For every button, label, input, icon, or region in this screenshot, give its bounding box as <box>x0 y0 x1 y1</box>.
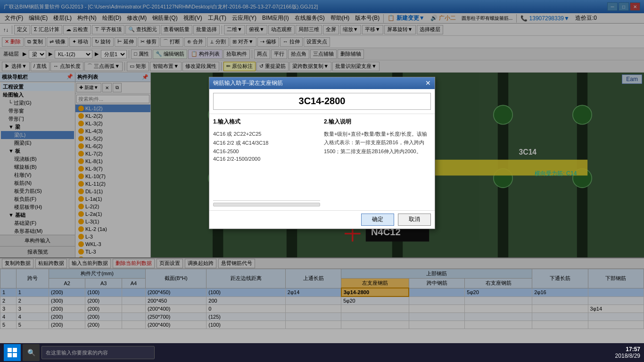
modal-scroll-area <box>213 200 320 206</box>
modal-content: 1.输入格式 4C16 或 2C22+2C25 4C16 2/2 或 4C14/… <box>209 114 435 210</box>
svg-rect-39 <box>13 348 17 352</box>
modal-input-area <box>209 89 435 114</box>
svg-rect-41 <box>13 353 17 357</box>
modal-section1-title: 1.输入格式 <box>213 118 320 126</box>
taskbar-search-label: 在这里输入你要搜索的内容 <box>46 349 108 356</box>
modal-ok-button[interactable]: 确定 <box>361 214 394 226</box>
modal-format-item3: 4C16-2500 <box>213 148 320 155</box>
modal-rebar-input[interactable] <box>213 93 431 110</box>
modal-description: 数量+级别+直径+数量/数量+长度/长度。该输入格式表示：第一排支座筋2B16，… <box>324 130 431 156</box>
start-button[interactable] <box>4 344 21 361</box>
taskbar-time: 17:57 <box>615 346 640 353</box>
modal-section2-title: 2.输入说明 <box>324 118 431 126</box>
modal-close-button[interactable]: ✕ <box>425 79 431 87</box>
taskbar-search-box[interactable]: 在这里输入你要搜索的内容 <box>41 346 155 359</box>
modal-overlay: 钢筋输入助手-梁左支座钢筋 ✕ 1.输入格式 4C16 或 2C22+2C25 … <box>0 0 644 362</box>
modal-cancel-button[interactable]: 取消 <box>398 214 431 226</box>
modal-format-item4: 4C16 2/2-1500/2000 <box>213 155 320 163</box>
taskbar-clock: 17:57 2018/8/29 <box>615 346 640 359</box>
modal-right-section: 2.输入说明 数量+级别+直径+数量/数量+长度/长度。该输入格式表示：第一排支… <box>324 118 431 206</box>
modal-format-item: 4C16 或 2C22+2C25 <box>213 130 320 139</box>
svg-rect-40 <box>8 353 12 357</box>
modal-format-item2: 4C16 2/2 或 4C14/3C18 <box>213 139 320 148</box>
modal-dialog: 钢筋输入助手-梁左支座钢筋 ✕ 1.输入格式 4C16 或 2C22+2C25 … <box>209 77 435 229</box>
svg-rect-38 <box>8 348 12 352</box>
modal-title-bar: 钢筋输入助手-梁左支座钢筋 ✕ <box>209 77 435 89</box>
modal-footer: 确定 取消 <box>209 210 435 229</box>
taskbar: 🔍 在这里输入你要搜索的内容 17:57 2018/8/29 <box>0 343 644 362</box>
modal-scrollbar[interactable] <box>213 203 320 206</box>
windows-icon <box>8 348 17 357</box>
taskbar-search-button[interactable]: 🔍 <box>23 344 40 361</box>
modal-title-text: 钢筋输入助手-梁左支座钢筋 <box>213 79 283 87</box>
taskbar-date: 2018/8/29 <box>615 353 640 359</box>
modal-left-section: 1.输入格式 4C16 或 2C22+2C25 4C16 2/2 或 4C14/… <box>213 118 320 206</box>
